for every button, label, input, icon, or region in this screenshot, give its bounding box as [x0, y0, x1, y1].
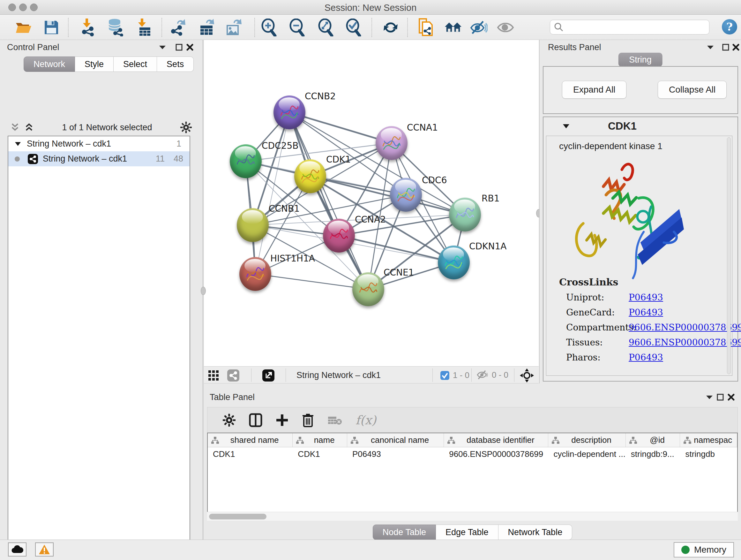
delete-column-icon[interactable] [302, 413, 314, 427]
node-RB1[interactable] [449, 198, 481, 232]
node-CDK1[interactable] [294, 159, 326, 193]
column-header-canonical-name[interactable]: canonical name [347, 433, 444, 447]
neighbors-button[interactable] [444, 18, 462, 37]
save-session-button[interactable] [43, 18, 60, 37]
crosslink-link[interactable]: P06493 [629, 307, 663, 318]
node-HIST1H1A[interactable] [239, 257, 271, 291]
results-scrollbar[interactable] [727, 137, 731, 374]
column-header-name[interactable]: name [293, 433, 347, 447]
gear-icon[interactable] [180, 122, 192, 133]
tab-select[interactable]: Select [114, 57, 157, 72]
tab-network-table[interactable]: Network Table [498, 524, 572, 540]
node-CDC25B[interactable] [230, 144, 262, 178]
birdseye-toggle-icon[interactable] [227, 369, 240, 383]
panel-float-icon[interactable] [720, 42, 731, 53]
node-CDKN1A[interactable] [438, 246, 470, 279]
tab-node-table[interactable]: Node Table [373, 524, 436, 540]
tab-style[interactable]: Style [75, 57, 114, 72]
collapse-all-icon[interactable] [10, 123, 20, 132]
table-horizontal-scrollbar[interactable] [207, 512, 738, 521]
add-column-icon[interactable] [276, 414, 288, 427]
import-network-database-button[interactable] [107, 18, 125, 37]
tab-sets[interactable]: Sets [157, 57, 194, 72]
panel-menu-icon[interactable] [157, 42, 168, 53]
delete-table-icon[interactable] [327, 415, 342, 426]
panel-float-icon[interactable] [174, 42, 185, 53]
panel-close-icon[interactable] [726, 392, 737, 402]
table-cell[interactable]: stringdb [680, 447, 737, 461]
table-cell[interactable]: 9606.ENSP00000378699 [444, 447, 548, 461]
hidden-eye-icon[interactable] [476, 370, 488, 380]
node-CCNE1[interactable] [352, 272, 384, 306]
table-cell[interactable]: P06493 [347, 447, 444, 461]
search-input[interactable] [566, 22, 709, 32]
table-cell[interactable]: cyclin-dependent ... [548, 447, 625, 461]
grid-view-icon[interactable] [208, 370, 219, 382]
panel-close-icon[interactable] [731, 42, 741, 53]
export-table-button[interactable] [198, 18, 216, 37]
caret-down-icon[interactable] [15, 142, 21, 146]
gear-icon[interactable] [223, 414, 235, 427]
help-button[interactable]: ? [722, 19, 737, 35]
warnings-button[interactable] [35, 543, 54, 557]
node-CCNB2[interactable] [273, 96, 306, 129]
node-CDC6[interactable] [390, 178, 422, 212]
crosslink-link[interactable]: P06493 [629, 352, 663, 363]
function-builder-icon[interactable]: f(x) [355, 413, 376, 427]
table-cell[interactable]: CDK1 [293, 447, 347, 461]
network-row-selected[interactable]: String Network – cdk1 11 48 [8, 151, 190, 166]
column-header-shared-name[interactable]: shared name [208, 433, 293, 447]
crosslink-link[interactable]: 9606.ENSP00000378699 [629, 337, 741, 348]
export-image-button[interactable] [225, 18, 243, 37]
table-cell[interactable]: stringdb:9... [626, 447, 680, 461]
panel-menu-icon[interactable] [705, 42, 716, 53]
open-session-button[interactable] [15, 18, 32, 37]
table-cell[interactable]: CDK1 [208, 447, 293, 461]
selected-checkbox-icon[interactable] [440, 371, 450, 380]
column-header-description[interactable]: description [548, 433, 625, 447]
import-network-file-button[interactable] [79, 18, 97, 37]
tab-string[interactable]: String [618, 53, 663, 67]
tab-network[interactable]: Network [23, 57, 75, 72]
caret-down-icon[interactable] [562, 124, 569, 129]
table-row[interactable]: CDK1CDK1P064939606.ENSP00000378699cyclin… [208, 447, 737, 461]
import-table-button[interactable] [134, 18, 152, 37]
zoom-out-button[interactable] [288, 18, 306, 37]
zoom-selected-button[interactable] [345, 18, 362, 37]
collapse-all-button[interactable]: Collapse All [658, 81, 727, 99]
crosslink-link[interactable]: P06493 [629, 292, 663, 303]
crosslink-link[interactable]: 9606.ENSP00000378699 [629, 322, 741, 333]
expand-all-button[interactable]: Expand All [562, 81, 626, 99]
left-splitter-handle[interactable] [201, 287, 206, 295]
column-header--id[interactable]: @id [626, 433, 680, 447]
memory-button[interactable]: Memory [674, 542, 734, 557]
results-panel-title: Results Panel [548, 43, 601, 52]
tab-edge-table[interactable]: Edge Table [436, 524, 498, 540]
node-CCNB1[interactable] [237, 208, 269, 242]
network-canvas[interactable]: CCNB2CCNA1CDC25BCDK1CDC6RB1CCNB1CCNA2CDK… [204, 40, 539, 366]
network-collection-row[interactable]: String Network – cdk1 1 [8, 136, 190, 151]
panel-close-icon[interactable] [185, 42, 195, 53]
node-CCNA2[interactable] [323, 219, 355, 253]
expand-all-icon[interactable] [24, 123, 34, 132]
panel-float-icon[interactable] [715, 392, 726, 402]
duplicate-network-button[interactable] [417, 18, 434, 37]
fit-content-icon[interactable] [520, 368, 534, 384]
node-table[interactable]: shared namenamecanonical namedatabase id… [207, 433, 738, 521]
show-columns-icon[interactable] [249, 413, 262, 427]
panel-menu-icon[interactable] [704, 392, 715, 402]
scrollbar-thumb[interactable] [209, 514, 266, 519]
cloud-button[interactable] [8, 543, 26, 557]
refresh-layout-button[interactable] [382, 18, 400, 37]
column-header-namespac[interactable]: namespac [680, 433, 737, 447]
protein-card-header[interactable]: CDK1 [543, 117, 738, 135]
column-header-database-identifier[interactable]: database identifier [444, 433, 548, 447]
export-network-button[interactable] [170, 18, 188, 37]
zoom-in-button[interactable] [260, 18, 278, 37]
detach-view-icon[interactable] [262, 369, 275, 383]
hide-show-button[interactable] [470, 18, 488, 37]
zoom-fit-button[interactable] [317, 18, 335, 37]
preview-button[interactable] [496, 18, 515, 37]
search-field[interactable] [550, 20, 710, 35]
node-CCNA1[interactable] [376, 126, 408, 160]
